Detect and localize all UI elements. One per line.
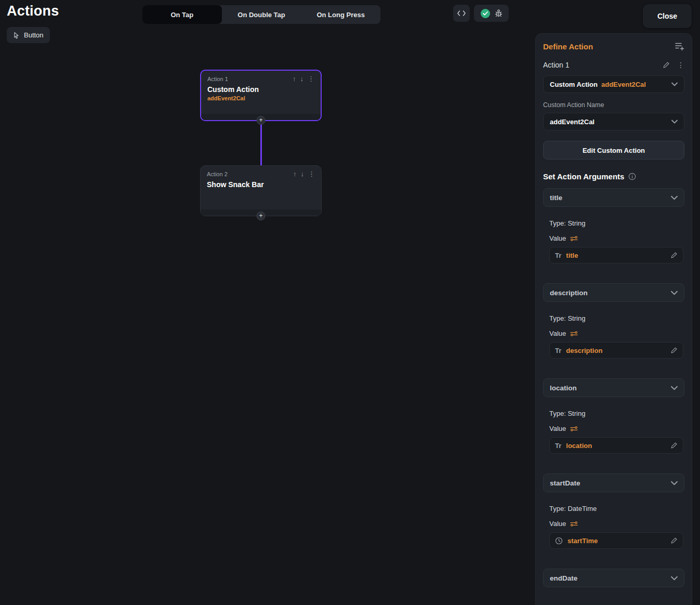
move-down-icon[interactable]: ↓ xyxy=(301,170,305,177)
argument-header[interactable]: title xyxy=(543,188,684,207)
add-action-button[interactable]: + xyxy=(257,116,266,125)
info-icon[interactable] xyxy=(628,173,636,180)
argument-group-title: title Type: String Value Tr title xyxy=(543,188,684,264)
tab-on-double-tap[interactable]: On Double Tap xyxy=(222,5,301,24)
add-note-icon[interactable] xyxy=(674,41,684,51)
edit-value-icon[interactable] xyxy=(670,442,678,449)
argument-value: location xyxy=(566,442,592,450)
chevron-down-icon xyxy=(671,82,678,86)
variable-toggle-icon[interactable] xyxy=(570,426,578,432)
argument-value-field[interactable]: startTime xyxy=(549,532,683,549)
argument-value-field[interactable]: Tr title xyxy=(549,247,683,264)
code-view-button[interactable] xyxy=(453,5,470,22)
text-format-icon: Tr xyxy=(555,442,561,450)
kebab-menu-icon[interactable]: ⋮ xyxy=(308,75,314,82)
action-card-1[interactable]: Action 1 ↑ ↓ ⋮ Custom Action addEvent2Ca… xyxy=(200,70,322,121)
variable-toggle-icon[interactable] xyxy=(570,521,578,527)
argument-type: Type: String xyxy=(549,410,684,417)
argument-type: Type: String xyxy=(549,314,684,322)
chevron-down-icon xyxy=(671,120,678,124)
panel-title: Define Action xyxy=(543,42,593,51)
chevron-down-icon xyxy=(671,576,678,581)
clock-icon xyxy=(555,537,563,545)
argument-group-description: description Type: String Value Tr descri… xyxy=(543,283,684,359)
set-action-arguments-title: Set Action Arguments xyxy=(543,172,624,181)
value-label: Value xyxy=(549,425,566,432)
rename-action-icon[interactable] xyxy=(663,61,670,69)
chevron-down-icon xyxy=(671,386,678,390)
argument-group-startdate: startDate Type: DateTime Value xyxy=(543,474,684,549)
trigger-tabs: On Tap On Double Tap On Long Press xyxy=(142,5,380,24)
chevron-down-icon xyxy=(671,481,678,485)
tab-on-long-press[interactable]: On Long Press xyxy=(301,5,380,24)
custom-action-name-dropdown[interactable]: addEvent2Cal xyxy=(543,113,684,130)
action-card-subtitle: addEvent2Cal xyxy=(207,95,314,101)
tab-on-tap[interactable]: On Tap xyxy=(142,5,222,24)
value-label: Value xyxy=(549,234,566,242)
text-format-icon: Tr xyxy=(555,347,561,354)
chevron-down-icon xyxy=(671,291,678,295)
close-button[interactable]: Close xyxy=(643,4,692,28)
edit-custom-action-button[interactable]: Edit Custom Action xyxy=(543,141,684,160)
argument-header[interactable]: description xyxy=(543,283,684,302)
action-card-2[interactable]: Action 2 ↑ ↓ ⋮ Show Snack Bar + xyxy=(200,165,322,216)
check-circle-icon[interactable] xyxy=(481,9,490,18)
edit-value-icon[interactable] xyxy=(670,537,678,544)
argument-value: description xyxy=(566,347,602,354)
action-options-kebab-icon[interactable]: ⋮ xyxy=(677,61,684,69)
validation-pill xyxy=(474,5,509,22)
action-card-title: Custom Action xyxy=(207,85,314,94)
argument-group-location: location Type: String Value Tr location xyxy=(543,378,684,454)
argument-value-field[interactable]: Tr location xyxy=(549,437,683,454)
text-format-icon: Tr xyxy=(555,252,561,259)
chevron-down-icon xyxy=(671,195,678,200)
argument-value: title xyxy=(566,252,578,259)
action-card-title: Show Snack Bar xyxy=(207,180,315,189)
argument-type: Type: DateTime xyxy=(549,505,684,512)
argument-value-field[interactable]: Tr description xyxy=(549,342,683,359)
argument-group-enddate: endDate xyxy=(543,569,684,587)
edit-value-icon[interactable] xyxy=(670,347,678,354)
custom-action-name-label: Custom Action Name xyxy=(543,101,684,109)
action-type-dropdown[interactable]: Custom Action addEvent2Cal xyxy=(543,75,684,93)
kebab-menu-icon[interactable]: ⋮ xyxy=(308,170,315,177)
value-label: Value xyxy=(549,520,566,528)
value-label: Value xyxy=(549,330,566,337)
argument-header[interactable]: location xyxy=(543,378,684,397)
argument-header[interactable]: startDate xyxy=(543,474,684,492)
action-type-value: addEvent2Cal xyxy=(601,81,646,88)
trigger-chip-button[interactable]: Button xyxy=(7,27,50,43)
custom-action-name-value: addEvent2Cal xyxy=(550,118,595,126)
page-title: Actions xyxy=(7,3,59,19)
argument-header[interactable]: endDate xyxy=(543,569,684,587)
argument-type: Type: String xyxy=(549,219,684,227)
trigger-chip-label: Button xyxy=(24,31,44,39)
variable-toggle-icon[interactable] xyxy=(570,331,578,337)
move-up-icon[interactable]: ↑ xyxy=(293,75,296,82)
code-icon xyxy=(457,10,466,16)
action-index-label: Action 1 xyxy=(207,76,228,82)
move-up-icon[interactable]: ↑ xyxy=(293,170,297,177)
argument-value: startTime xyxy=(567,537,598,545)
variable-toggle-icon[interactable] xyxy=(570,235,578,242)
action-type-label: Custom Action xyxy=(550,81,598,88)
action-connector-line xyxy=(260,120,262,166)
move-down-icon[interactable]: ↓ xyxy=(300,75,304,82)
action-index-label: Action 2 xyxy=(207,171,228,177)
define-action-panel: Define Action Action 1 ⋮ Custom Action a… xyxy=(535,33,692,605)
selected-action-label: Action 1 xyxy=(543,61,570,69)
edit-value-icon[interactable] xyxy=(670,252,678,259)
add-action-button[interactable]: + xyxy=(257,212,266,220)
debug-bug-icon[interactable] xyxy=(495,9,503,17)
tap-cursor-icon xyxy=(13,32,20,39)
